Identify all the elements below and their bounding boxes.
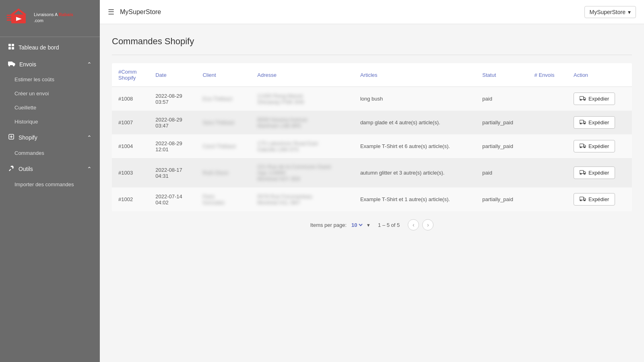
svg-point-12 — [8, 65, 10, 66]
shopify-icon — [8, 134, 14, 141]
logo-icon — [6, 6, 31, 29]
cell-adresse: 5578 Rue Forumanleau Montréal H1L 3M7 — [251, 187, 354, 211]
sidebar-item-creer-un-envoi-label: Créer un envoi — [14, 90, 49, 97]
sidebar-item-commandes[interactable]: Commandes — [0, 146, 100, 160]
cell-statut: partially_paid — [476, 134, 528, 158]
svg-rect-8 — [8, 47, 11, 49]
table-row: #10072022-08-29 03:47Sara Thébaut8009 Ha… — [112, 111, 632, 134]
cell-comm-shopify: #1003 — [112, 158, 149, 187]
content-area: Commandes Shopify #CommShopify Date Clie… — [100, 24, 644, 362]
sidebar-item-cueillette[interactable]: Cueillette — [0, 101, 100, 115]
truck-icon — [580, 170, 586, 176]
topbar-title: MySuperStore — [120, 8, 161, 16]
sidebar-item-historique-label: Historique — [14, 119, 38, 125]
items-per-page-select[interactable]: 10 25 50 — [350, 222, 364, 228]
dropdown-arrow-icon: ▾ — [367, 222, 370, 228]
col-header-envois: # Envois — [528, 63, 567, 87]
expedier-button-label: Expédier — [588, 119, 609, 125]
cell-envois — [528, 158, 567, 187]
pagination-nav: ‹ › — [408, 219, 433, 230]
sidebar-section-outils-label: Outils — [19, 166, 33, 172]
expedier-button[interactable]: Expédier — [574, 116, 615, 129]
svg-point-29 — [580, 173, 581, 175]
svg-point-17 — [580, 99, 581, 101]
sidebar-item-estimer-les-couts[interactable]: Estimer les coûts — [0, 72, 100, 86]
cell-client: Carol Thébaut — [196, 134, 251, 158]
hamburger-icon[interactable]: ☰ — [108, 8, 114, 16]
cell-action: Expédier — [567, 187, 632, 211]
col-header-comm-shopify: #CommShopify — [112, 63, 149, 87]
sidebar-item-creer-un-envoi[interactable]: Créer un envoi — [0, 86, 100, 101]
cell-date: 2022-07-14 04:02 — [149, 187, 196, 211]
expedier-button-label: Expédier — [588, 170, 609, 176]
svg-point-22 — [584, 123, 585, 124]
svg-rect-10 — [8, 62, 12, 65]
col-header-client: Client — [196, 63, 251, 87]
svg-marker-11 — [12, 62, 15, 65]
logo-text: Livraisons A Rabais .com — [34, 12, 73, 23]
sidebar-item-cueillette-label: Cueillette — [14, 105, 36, 111]
expedier-button-label: Expédier — [588, 96, 609, 102]
sidebar-divider-top — [0, 37, 100, 37]
orders-table-container: #CommShopify Date Client Adresse Article… — [112, 63, 632, 211]
topbar: ☰ MySuperStore MySuperStore ▾ — [100, 0, 644, 24]
cell-action: Expédier — [567, 111, 632, 134]
table-row: #10022022-07-14 04:02Paris Gonzalez5578 … — [112, 187, 632, 211]
expedier-button[interactable]: Expédier — [574, 193, 615, 206]
sidebar-section-envois-left: Envois — [8, 61, 36, 68]
svg-point-30 — [584, 173, 585, 175]
sidebar: Livraisons A Rabais .com Tableau de bord… — [0, 0, 100, 362]
truck-icon — [8, 61, 15, 68]
svg-point-13 — [13, 65, 14, 66]
expedier-button[interactable]: Expédier — [574, 140, 615, 152]
expedier-button[interactable]: Expédier — [574, 93, 615, 105]
cell-date: 2022-08-29 03:47 — [149, 111, 196, 134]
expedier-button-label: Expédier — [588, 143, 609, 149]
grid-icon — [8, 43, 14, 51]
svg-rect-7 — [12, 44, 14, 46]
chevron-up-icon: ⌃ — [87, 61, 92, 68]
svg-rect-6 — [8, 44, 11, 46]
col-header-articles: Articles — [354, 63, 476, 87]
items-per-page-container: Items per page: 10 25 50 ▾ — [310, 222, 370, 228]
page-divider — [112, 55, 632, 55]
pagination-next-button[interactable]: › — [422, 219, 433, 230]
cell-date: 2022-08-29 12:01 — [149, 134, 196, 158]
sidebar-section-envois-label: Envois — [19, 61, 36, 68]
expedier-button[interactable]: Expédier — [574, 167, 615, 179]
sidebar-item-tableau-de-bord[interactable]: Tableau de bord — [0, 39, 100, 56]
sidebar-item-importer-des-commandes[interactable]: Importer des commandes — [0, 177, 100, 191]
cell-comm-shopify: #1004 — [112, 134, 149, 158]
cell-articles: Example T-Shirt et 1 autre(s) article(s)… — [354, 187, 476, 211]
truck-icon — [580, 119, 586, 125]
sidebar-section-shopify[interactable]: Shopify ⌃ — [0, 129, 100, 146]
svg-marker-0 — [10, 8, 27, 14]
cell-articles: damp glade et 4 autre(s) article(s). — [354, 111, 476, 134]
svg-point-34 — [584, 200, 585, 201]
table-header-row: #CommShopify Date Client Adresse Article… — [112, 63, 632, 87]
sidebar-section-shopify-label: Shopify — [19, 134, 37, 141]
main-area: ☰ MySuperStore MySuperStore ▾ Commandes … — [100, 0, 644, 362]
cell-date: 2022-08-17 04:31 — [149, 158, 196, 187]
svg-rect-9 — [12, 47, 14, 49]
items-per-page-label: Items per page: — [310, 222, 347, 228]
truck-icon — [580, 196, 586, 202]
expedier-button-label: Expédier — [588, 196, 609, 202]
pagination-prev-button[interactable]: ‹ — [408, 219, 419, 230]
chevron-up-icon-outils: ⌃ — [87, 166, 92, 172]
cell-statut: partially_paid — [476, 111, 528, 134]
cell-statut: paid — [476, 87, 528, 111]
cell-action: Expédier — [567, 87, 632, 111]
svg-point-25 — [580, 147, 581, 148]
store-selector[interactable]: MySuperStore ▾ — [584, 6, 636, 18]
sidebar-section-outils-left: Outils — [8, 165, 33, 173]
sidebar-section-envois[interactable]: Envois ⌃ — [0, 56, 100, 72]
sidebar-item-historique[interactable]: Historique — [0, 115, 100, 129]
cell-client: Ruth Dixon — [196, 158, 251, 187]
cell-client: Sara Thébaut — [196, 111, 251, 134]
store-selector-label: MySuperStore — [590, 9, 625, 15]
table-row: #10032022-08-17 04:31Ruth Dixon221 Rue d… — [112, 158, 632, 187]
cell-adresse: 11400 Rang-Massé Shinaway P3W 3H8 — [251, 87, 354, 111]
sidebar-section-outils[interactable]: Outils ⌃ — [0, 160, 100, 177]
logo-area: Livraisons A Rabais .com — [0, 0, 100, 35]
